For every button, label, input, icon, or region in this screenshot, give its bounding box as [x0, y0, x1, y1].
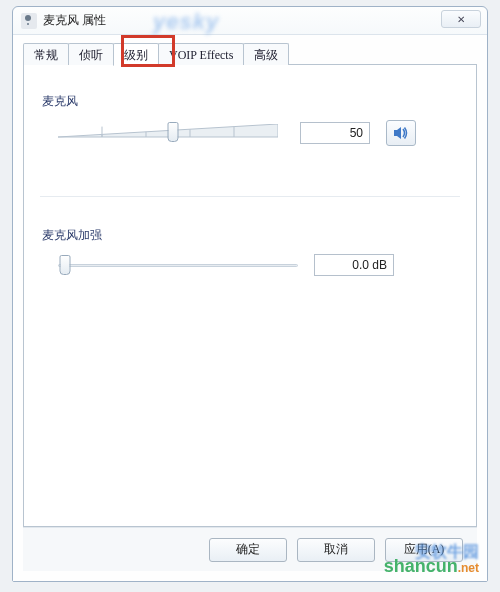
tab-advanced[interactable]: 高级 [243, 43, 289, 65]
dialog-content: 常规 侦听 级别 VOIP Effects 高级 麦克风 [13, 35, 487, 581]
speaker-icon [393, 126, 409, 140]
tab-voip-effects[interactable]: VOIP Effects [158, 43, 244, 65]
svg-marker-7 [394, 127, 401, 139]
mute-button[interactable] [386, 120, 416, 146]
divider [40, 196, 460, 197]
mic-level-value[interactable]: 50 [300, 122, 370, 144]
dialog-button-row: 确定 取消 应用(A) [23, 527, 477, 571]
mic-boost-label: 麦克风加强 [42, 227, 460, 244]
mic-level-slider-thumb[interactable] [168, 122, 179, 142]
ok-button[interactable]: 确定 [209, 538, 287, 562]
tab-page-levels: 麦克风 [23, 64, 477, 527]
cancel-button[interactable]: 取消 [297, 538, 375, 562]
mic-boost-slider[interactable] [58, 254, 298, 276]
tab-levels[interactable]: 级别 [113, 43, 159, 66]
mic-boost-row: 0.0 dB [58, 254, 460, 276]
mic-boost-slider-thumb[interactable] [60, 255, 71, 275]
tab-general[interactable]: 常规 [23, 43, 69, 65]
close-button[interactable]: ✕ [441, 10, 481, 28]
microphone-icon [21, 13, 37, 29]
mic-level-slider[interactable] [58, 120, 288, 146]
tab-strip: 常规 侦听 级别 VOIP Effects 高级 [23, 41, 477, 65]
titlebar: 麦克风 属性 ✕ yesky [13, 7, 487, 35]
mic-boost-track [58, 264, 298, 267]
apply-button[interactable]: 应用(A) [385, 538, 463, 562]
properties-window: 麦克风 属性 ✕ yesky 常规 侦听 级别 VOIP Effects 高级 … [12, 6, 488, 582]
tab-listen[interactable]: 侦听 [68, 43, 114, 65]
mic-level-row: 50 [58, 120, 460, 146]
window-title: 麦克风 属性 [43, 12, 106, 29]
watermark-top: yesky [153, 9, 219, 35]
mic-level-label: 麦克风 [42, 93, 460, 110]
mic-boost-value[interactable]: 0.0 dB [314, 254, 394, 276]
